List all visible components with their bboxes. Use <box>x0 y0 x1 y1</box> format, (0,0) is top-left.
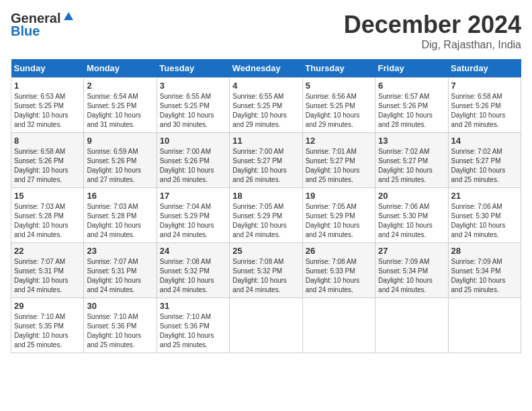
day-info: Sunrise: 7:05 AM Sunset: 5:29 PM Dayligh… <box>232 202 299 240</box>
calendar-cell: 9 Sunrise: 6:59 AM Sunset: 5:26 PM Dayli… <box>84 133 157 188</box>
logo-blue-text: Blue <box>11 24 40 39</box>
calendar-cell <box>302 298 375 353</box>
calendar-cell: 23 Sunrise: 7:07 AM Sunset: 5:31 PM Dayl… <box>84 243 157 298</box>
header-day-thursday: Thursday <box>302 59 375 78</box>
calendar-cell: 13 Sunrise: 7:02 AM Sunset: 5:27 PM Dayl… <box>375 133 448 188</box>
day-info: Sunrise: 7:02 AM Sunset: 5:27 PM Dayligh… <box>378 147 445 185</box>
calendar-cell: 10 Sunrise: 7:00 AM Sunset: 5:26 PM Dayl… <box>157 133 229 188</box>
day-info: Sunrise: 7:08 AM Sunset: 5:32 PM Dayligh… <box>160 257 226 295</box>
calendar-header-row: SundayMondayTuesdayWednesdayThursdayFrid… <box>11 59 521 78</box>
calendar-cell: 24 Sunrise: 7:08 AM Sunset: 5:32 PM Dayl… <box>157 243 229 298</box>
header-day-monday: Monday <box>84 59 157 78</box>
day-number: 22 <box>14 246 81 256</box>
day-number: 24 <box>160 246 226 256</box>
day-number: 25 <box>232 246 299 256</box>
calendar-cell: 30 Sunrise: 7:10 AM Sunset: 5:36 PM Dayl… <box>84 298 157 353</box>
day-info: Sunrise: 7:07 AM Sunset: 5:31 PM Dayligh… <box>14 257 81 295</box>
day-number: 28 <box>451 246 518 256</box>
header-day-friday: Friday <box>375 59 448 78</box>
day-number: 6 <box>378 81 445 91</box>
day-info: Sunrise: 7:01 AM Sunset: 5:27 PM Dayligh… <box>306 147 372 185</box>
day-info: Sunrise: 6:58 AM Sunset: 5:26 PM Dayligh… <box>14 147 81 185</box>
calendar-cell: 22 Sunrise: 7:07 AM Sunset: 5:31 PM Dayl… <box>11 243 84 298</box>
day-info: Sunrise: 6:56 AM Sunset: 5:25 PM Dayligh… <box>306 92 372 130</box>
day-info: Sunrise: 7:05 AM Sunset: 5:29 PM Dayligh… <box>306 202 372 240</box>
day-number: 19 <box>306 191 372 201</box>
header-day-wednesday: Wednesday <box>230 59 302 78</box>
calendar-cell: 2 Sunrise: 6:54 AM Sunset: 5:25 PM Dayli… <box>84 78 157 133</box>
calendar-cell: 4 Sunrise: 6:55 AM Sunset: 5:25 PM Dayli… <box>230 78 302 133</box>
day-number: 31 <box>160 301 226 311</box>
day-number: 26 <box>306 246 372 256</box>
day-info: Sunrise: 6:55 AM Sunset: 5:25 PM Dayligh… <box>232 92 299 130</box>
calendar-title: December 2024 <box>344 11 521 39</box>
day-number: 7 <box>451 81 518 91</box>
day-info: Sunrise: 7:03 AM Sunset: 5:28 PM Dayligh… <box>87 202 153 240</box>
day-info: Sunrise: 6:55 AM Sunset: 5:25 PM Dayligh… <box>160 92 226 130</box>
calendar-cell: 7 Sunrise: 6:58 AM Sunset: 5:26 PM Dayli… <box>448 78 521 133</box>
day-number: 11 <box>232 136 299 146</box>
day-info: Sunrise: 7:09 AM Sunset: 5:34 PM Dayligh… <box>451 257 518 295</box>
day-number: 23 <box>87 246 153 256</box>
day-number: 5 <box>306 81 372 91</box>
calendar-week-row: 8 Sunrise: 6:58 AM Sunset: 5:26 PM Dayli… <box>11 133 521 188</box>
calendar-cell: 14 Sunrise: 7:02 AM Sunset: 5:27 PM Dayl… <box>448 133 521 188</box>
header-day-tuesday: Tuesday <box>157 59 229 78</box>
calendar-cell: 18 Sunrise: 7:05 AM Sunset: 5:29 PM Dayl… <box>230 188 302 243</box>
day-info: Sunrise: 7:10 AM Sunset: 5:36 PM Dayligh… <box>160 312 226 350</box>
day-number: 30 <box>87 301 153 311</box>
logo: General Blue <box>11 11 74 39</box>
calendar-cell <box>230 298 302 353</box>
day-number: 2 <box>87 81 153 91</box>
title-section: December 2024 Dig, Rajasthan, India <box>344 11 521 51</box>
logo-triangle-icon <box>63 11 74 24</box>
day-number: 29 <box>14 301 81 311</box>
calendar-week-row: 22 Sunrise: 7:07 AM Sunset: 5:31 PM Dayl… <box>11 243 521 298</box>
calendar-cell: 1 Sunrise: 6:53 AM Sunset: 5:25 PM Dayli… <box>11 78 84 133</box>
calendar-cell: 27 Sunrise: 7:09 AM Sunset: 5:34 PM Dayl… <box>375 243 448 298</box>
day-number: 14 <box>451 136 518 146</box>
calendar-week-row: 15 Sunrise: 7:03 AM Sunset: 5:28 PM Dayl… <box>11 188 521 243</box>
calendar-cell <box>448 298 521 353</box>
page-header: General Blue December 2024 Dig, Rajastha… <box>11 11 521 51</box>
day-info: Sunrise: 6:59 AM Sunset: 5:26 PM Dayligh… <box>87 147 153 185</box>
calendar-week-row: 29 Sunrise: 7:10 AM Sunset: 5:35 PM Dayl… <box>11 298 521 353</box>
day-info: Sunrise: 7:07 AM Sunset: 5:31 PM Dayligh… <box>87 257 153 295</box>
day-info: Sunrise: 7:09 AM Sunset: 5:34 PM Dayligh… <box>378 257 445 295</box>
calendar-cell: 19 Sunrise: 7:05 AM Sunset: 5:29 PM Dayl… <box>302 188 375 243</box>
day-number: 27 <box>378 246 445 256</box>
day-info: Sunrise: 7:00 AM Sunset: 5:27 PM Dayligh… <box>232 147 299 185</box>
calendar-cell: 21 Sunrise: 7:06 AM Sunset: 5:30 PM Dayl… <box>448 188 521 243</box>
calendar-cell: 16 Sunrise: 7:03 AM Sunset: 5:28 PM Dayl… <box>84 188 157 243</box>
day-info: Sunrise: 6:54 AM Sunset: 5:25 PM Dayligh… <box>87 92 153 130</box>
day-number: 21 <box>451 191 518 201</box>
calendar-subtitle: Dig, Rajasthan, India <box>344 39 521 51</box>
day-info: Sunrise: 7:08 AM Sunset: 5:32 PM Dayligh… <box>232 257 299 295</box>
calendar-cell: 26 Sunrise: 7:08 AM Sunset: 5:33 PM Dayl… <box>302 243 375 298</box>
day-info: Sunrise: 7:08 AM Sunset: 5:33 PM Dayligh… <box>306 257 372 295</box>
day-info: Sunrise: 7:02 AM Sunset: 5:27 PM Dayligh… <box>451 147 518 185</box>
day-info: Sunrise: 7:06 AM Sunset: 5:30 PM Dayligh… <box>378 202 445 240</box>
calendar-cell: 3 Sunrise: 6:55 AM Sunset: 5:25 PM Dayli… <box>157 78 229 133</box>
calendar-cell: 11 Sunrise: 7:00 AM Sunset: 5:27 PM Dayl… <box>230 133 302 188</box>
day-info: Sunrise: 6:57 AM Sunset: 5:26 PM Dayligh… <box>378 92 445 130</box>
day-number: 13 <box>378 136 445 146</box>
day-number: 4 <box>232 81 299 91</box>
day-info: Sunrise: 7:06 AM Sunset: 5:30 PM Dayligh… <box>451 202 518 240</box>
day-number: 3 <box>160 81 226 91</box>
day-info: Sunrise: 7:04 AM Sunset: 5:29 PM Dayligh… <box>160 202 226 240</box>
calendar-cell: 12 Sunrise: 7:01 AM Sunset: 5:27 PM Dayl… <box>302 133 375 188</box>
calendar-table: SundayMondayTuesdayWednesdayThursdayFrid… <box>11 59 521 353</box>
day-number: 12 <box>306 136 372 146</box>
day-number: 15 <box>14 191 81 201</box>
day-info: Sunrise: 7:03 AM Sunset: 5:28 PM Dayligh… <box>14 202 81 240</box>
calendar-cell: 17 Sunrise: 7:04 AM Sunset: 5:29 PM Dayl… <box>157 188 229 243</box>
calendar-cell: 31 Sunrise: 7:10 AM Sunset: 5:36 PM Dayl… <box>157 298 229 353</box>
day-number: 10 <box>160 136 226 146</box>
day-number: 1 <box>14 81 81 91</box>
calendar-cell: 8 Sunrise: 6:58 AM Sunset: 5:26 PM Dayli… <box>11 133 84 188</box>
header-day-sunday: Sunday <box>11 59 84 78</box>
day-info: Sunrise: 6:58 AM Sunset: 5:26 PM Dayligh… <box>451 92 518 130</box>
header-day-saturday: Saturday <box>448 59 521 78</box>
calendar-cell: 15 Sunrise: 7:03 AM Sunset: 5:28 PM Dayl… <box>11 188 84 243</box>
